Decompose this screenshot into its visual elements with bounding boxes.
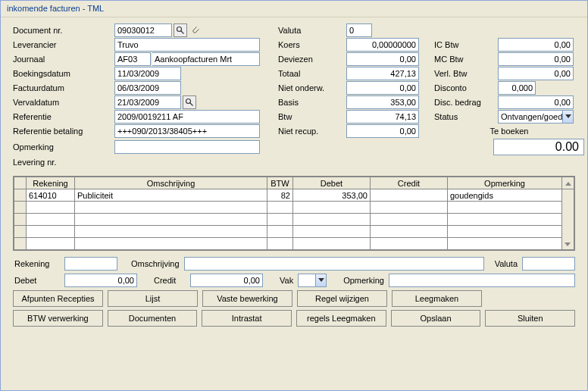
search-vervaldatum-icon[interactable] — [183, 95, 196, 109]
label-levering-nr: Levering nr. — [13, 156, 114, 168]
row-selector-header — [14, 177, 27, 189]
edit-opmerking-field[interactable] — [389, 274, 575, 287]
ic-btw-field[interactable]: 0,00 — [498, 38, 574, 52]
edit-label-valuta: Valuta — [493, 259, 519, 268]
svg-point-2 — [186, 99, 191, 104]
cell-omschrijving[interactable]: Publiciteit — [75, 189, 267, 202]
col-credit[interactable]: Credit — [371, 177, 448, 189]
attachment-icon[interactable] — [189, 23, 202, 37]
vervaldatum-field[interactable]: 21/03/2009 — [114, 95, 181, 109]
col-opmerking[interactable]: Opmerking — [448, 177, 562, 189]
referentie-field[interactable]: 2009/0019211 AF — [114, 110, 260, 124]
svg-line-1 — [181, 31, 184, 34]
mc-btw-field[interactable]: 0,00 — [498, 52, 574, 66]
svg-point-0 — [177, 27, 182, 32]
vaste-bewerking-button[interactable]: Vaste bewerking — [202, 290, 292, 307]
cell-credit[interactable] — [371, 189, 448, 202]
regels-leegmaken-button[interactable]: regels Leegmaken — [296, 310, 386, 327]
label-totaal: Totaal — [278, 67, 346, 80]
totaal-field[interactable]: 427,13 — [346, 67, 419, 80]
edit-label-vak: Vak — [278, 276, 295, 285]
cell-opmerking[interactable]: goudengids — [448, 189, 562, 202]
regel-wijzigen-button[interactable]: Regel wijzigen — [297, 290, 387, 307]
chevron-down-icon[interactable] — [562, 111, 573, 123]
label-valuta: Valuta — [278, 24, 346, 36]
disconto-field[interactable]: 0,000 — [498, 81, 536, 95]
spacer — [486, 290, 575, 307]
documenten-button[interactable]: Documenten — [108, 310, 198, 327]
btw-field[interactable]: 74,13 — [346, 110, 419, 124]
cell-btw[interactable]: 82 — [267, 189, 293, 202]
opslaan-button[interactable]: Opslaan — [391, 310, 481, 327]
label-leverancier: Leverancier — [13, 39, 114, 51]
edit-label-rekening: Rekening — [13, 259, 61, 268]
table-row[interactable] — [14, 214, 574, 226]
table-row[interactable] — [14, 226, 574, 238]
title-sep: - — [80, 4, 88, 13]
label-factuurdatum: Factuurdatum — [13, 82, 114, 94]
title-prefix: inkomende facturen — [7, 4, 80, 13]
edit-omschrijving-field[interactable] — [184, 257, 484, 271]
edit-rekening-field[interactable] — [64, 257, 117, 271]
label-boekingsdatum: Boekingsdatum — [13, 67, 114, 80]
title-suffix: TML — [87, 4, 104, 13]
search-doc-icon[interactable] — [174, 23, 187, 37]
label-document-nr: Document nr. — [13, 24, 114, 36]
niet-recup-field[interactable]: 0,00 — [346, 124, 419, 138]
edit-label-credit: Credit — [152, 276, 187, 285]
label-basis: Basis — [278, 96, 346, 108]
table-row[interactable] — [14, 238, 574, 250]
label-deviezen: Deviezen — [278, 53, 346, 65]
label-verl-btw: Verl. Btw — [434, 67, 498, 80]
disc-bedrag-field[interactable]: 0,00 — [498, 95, 574, 109]
col-omschrijving[interactable]: Omschrijving — [75, 177, 267, 189]
verl-btw-field[interactable]: 0,00 — [498, 67, 574, 80]
edit-credit-field[interactable]: 0,00 — [190, 274, 263, 287]
label-referentie: Referentie — [13, 111, 114, 123]
svg-line-3 — [190, 103, 193, 106]
label-koers: Koers — [278, 39, 346, 51]
cell-debet[interactable]: 353,00 — [293, 189, 371, 202]
leegmaken-button[interactable]: Leegmaken — [392, 290, 482, 307]
label-te-boeken: Te boeken — [434, 127, 584, 136]
chevron-down-icon[interactable] — [315, 274, 326, 286]
col-debet[interactable]: Debet — [293, 177, 371, 189]
sluiten-button[interactable]: Sluiten — [485, 310, 575, 327]
referentie-betaling-field[interactable]: +++090/2013/38405+++ — [114, 124, 260, 138]
valuta-field[interactable]: 0 — [346, 23, 372, 37]
lijst-button[interactable]: Lijst — [108, 290, 198, 307]
document-nr-field[interactable]: 09030012 — [114, 23, 172, 37]
factuurdatum-field[interactable]: 06/03/2009 — [114, 81, 181, 95]
cell-rekening[interactable]: 614010 — [27, 189, 75, 202]
scroll-up-icon[interactable] — [562, 177, 574, 189]
lines-grid[interactable]: Rekening Omschrijving BTW Debet Credit O… — [13, 176, 575, 251]
edit-valuta-field[interactable] — [522, 257, 575, 271]
afpunten-recepties-button[interactable]: Afpunten Recepties — [13, 290, 103, 307]
table-row[interactable]: 614010 Publiciteit 82 353,00 goudengids — [14, 189, 574, 202]
label-niet-recup: Niet recup. — [278, 125, 346, 137]
niet-onderw-field[interactable]: 0,00 — [346, 81, 419, 95]
scroll-down-icon[interactable] — [562, 189, 574, 250]
btw-verwerking-button[interactable]: BTW verwerking — [13, 310, 103, 327]
opmerking-field[interactable] — [114, 140, 260, 154]
edit-debet-field[interactable]: 0,00 — [64, 274, 137, 287]
journaal-code-field[interactable]: AF03 — [114, 52, 151, 66]
col-rekening[interactable]: Rekening — [27, 177, 75, 189]
basis-field[interactable]: 353,00 — [346, 95, 419, 109]
label-disconto: Disconto — [434, 82, 498, 94]
table-row[interactable] — [14, 202, 574, 214]
leverancier-field[interactable]: Truvo — [114, 38, 260, 52]
label-vervaldatum: Vervaldatum — [13, 96, 114, 108]
window-titlebar: inkomende facturen - TML — [1, 1, 587, 17]
intrastat-button[interactable]: Intrastat — [202, 310, 292, 327]
koers-field[interactable]: 0,00000000 — [346, 38, 419, 52]
deviezen-field[interactable]: 0,00 — [346, 52, 419, 66]
col-btw[interactable]: BTW — [267, 177, 293, 189]
label-disc-bedrag: Disc. bedrag — [434, 96, 498, 108]
edit-label-debet: Debet — [13, 276, 61, 285]
label-btw: Btw — [278, 111, 346, 123]
edit-label-omschrijving: Omschrijving — [130, 259, 181, 268]
journaal-naam-field[interactable]: Aankoopfacturen Mrt — [152, 52, 260, 66]
boekingsdatum-field[interactable]: 11/03/2009 — [114, 67, 181, 80]
form-area: Document nr. 09030012 Valuta 0 Leveranci… — [1, 17, 587, 171]
